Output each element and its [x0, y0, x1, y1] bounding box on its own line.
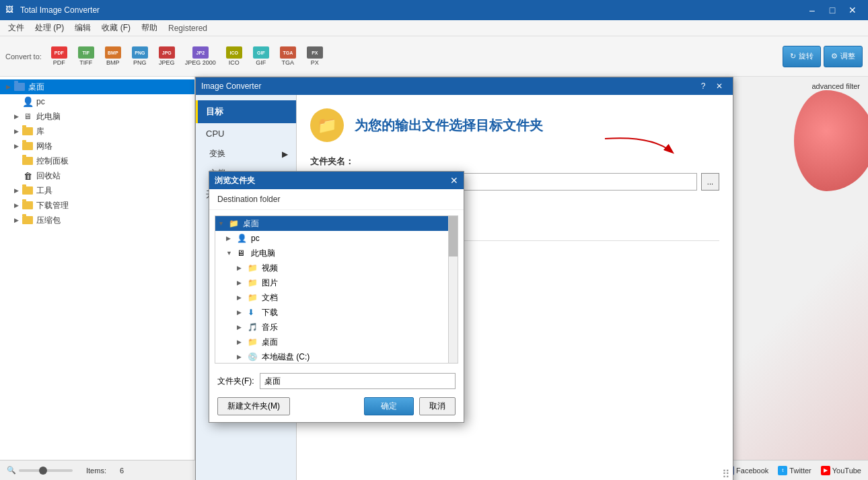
- app-title: Total Image Converter: [20, 5, 802, 15]
- red-arrow: [598, 132, 679, 166]
- expand-icon-pc: [11, 96, 22, 107]
- expand-icon-thispc: ▶: [11, 111, 22, 122]
- convert-label: Convert to:: [5, 53, 42, 61]
- pictures-label: 图片: [262, 277, 278, 289]
- bmp-label: BMP: [106, 59, 120, 66]
- browse-title: 浏览文件夹: [215, 175, 450, 186]
- menu-process[interactable]: 处理 (P): [30, 21, 69, 35]
- registered-label: Registered: [168, 24, 207, 33]
- nav-item-cpu[interactable]: CPU: [196, 123, 296, 144]
- left-panel: ▶ 桌面 👤 pc ▶ 🖥 此电脑 ▶ 库 ▶ 网络: [0, 77, 195, 460]
- desktop2-label: 桌面: [262, 337, 278, 348]
- tree-label-tools: 工具: [36, 185, 52, 197]
- browse-cancel-button[interactable]: 取消: [419, 397, 456, 415]
- format-png[interactable]: PNG PNG: [128, 44, 152, 68]
- zoom-slider[interactable]: [19, 469, 73, 472]
- rotate-button[interactable]: ↻ 旋转: [783, 46, 821, 67]
- format-tiff[interactable]: TIF TIFF: [74, 44, 98, 68]
- tree-item-thispc[interactable]: ▶ 🖥 此电脑: [0, 109, 194, 124]
- browse-item-drive-c[interactable]: ▶ 💿 本地磁盘 (C:): [215, 349, 448, 363]
- browse-folder-dialog: 浏览文件夹 ✕ Destination folder ▼ 📁 桌面 ▶ 👤 pc: [209, 171, 464, 423]
- folder-icon-network: [22, 141, 34, 151]
- rotate-icon: ↻: [790, 52, 796, 61]
- browse-scrollbar[interactable]: [448, 216, 458, 363]
- new-folder-button[interactable]: 新建文件夹(M): [217, 397, 290, 415]
- wizard-close-button[interactable]: ✕: [711, 78, 727, 94]
- wizard-header-title: 为您的输出文件选择目标文件夹: [355, 116, 543, 135]
- browse-item-desktop[interactable]: ▼ 📁 桌面: [215, 216, 448, 231]
- videos-label: 视频: [262, 263, 278, 274]
- tree-item-controlpanel[interactable]: 控制面板: [0, 153, 194, 168]
- format-gif[interactable]: GIF GIF: [249, 44, 273, 68]
- format-tga[interactable]: TGA TGA: [276, 44, 300, 68]
- browse-folder-input[interactable]: [260, 373, 456, 389]
- format-bmp[interactable]: BMP BMP: [101, 44, 125, 68]
- ico-label: ICO: [229, 59, 240, 66]
- zoom-slider-area: 🔍: [7, 466, 73, 475]
- gif-icon: GIF: [253, 46, 269, 59]
- browse-item-videos[interactable]: ▶ 📁 视频: [215, 261, 448, 275]
- browse-item-downloads[interactable]: ▶ ⬇ 下载: [215, 305, 448, 320]
- folder-icon-downloadmgr: [22, 200, 34, 211]
- desktop2-folder-icon: 📁: [248, 337, 260, 347]
- browse-item-docs[interactable]: ▶ 📁 文档: [215, 290, 448, 305]
- tree-item-tools[interactable]: ▶ 工具: [0, 183, 194, 198]
- tree-item-desktop[interactable]: ▶ 桌面: [0, 79, 194, 94]
- folder-tree: ▶ 桌面 👤 pc ▶ 🖥 此电脑 ▶ 库 ▶ 网络: [0, 77, 194, 460]
- adjust-icon: ⚙: [831, 52, 838, 61]
- format-px[interactable]: PX PX: [303, 44, 327, 68]
- wizard-help-button[interactable]: ?: [695, 78, 711, 94]
- youtube-link[interactable]: ▶ YouTube: [821, 466, 861, 475]
- zoom-slider-thumb[interactable]: [39, 467, 47, 475]
- app-icon: 🖼: [5, 5, 16, 15]
- browse-scrollbar-thumb[interactable]: [449, 216, 458, 256]
- nav-item-target[interactable]: 目标: [196, 100, 296, 123]
- browse-item-pc[interactable]: ▶ 👤 pc: [215, 231, 448, 246]
- adjust-button[interactable]: ⚙ 调整: [824, 46, 863, 67]
- youtube-label: YouTube: [832, 467, 861, 475]
- format-pdf[interactable]: PDF PDF: [47, 44, 71, 68]
- pdf-icon: PDF: [51, 46, 67, 59]
- wizard-title: Image Converter: [201, 81, 695, 91]
- format-jp2[interactable]: JP2 JPEG 2000: [182, 44, 219, 68]
- browse-item-music[interactable]: ▶ 🎵 音乐: [215, 320, 448, 335]
- person-icon-pc: 👤: [22, 96, 34, 107]
- pictures-expand-icon: ▶: [237, 279, 248, 286]
- desktop2-expand-icon: ▶: [237, 339, 248, 345]
- tree-item-network[interactable]: ▶ 网络: [0, 139, 194, 153]
- drive-c-label: 本地磁盘 (C:): [262, 351, 310, 363]
- desktop-expand-icon: ▼: [218, 220, 229, 227]
- close-button[interactable]: ✕: [842, 0, 863, 20]
- ok-button[interactable]: 确定: [364, 397, 414, 415]
- menu-edit[interactable]: 编辑: [69, 21, 96, 35]
- tree-item-library[interactable]: ▶ 库: [0, 124, 194, 139]
- menu-help[interactable]: 帮助: [136, 21, 163, 35]
- window-controls: – □ ✕: [802, 0, 863, 20]
- minimize-button[interactable]: –: [802, 0, 822, 20]
- browse-item-thispc[interactable]: ▼ 🖥 此电脑: [215, 246, 448, 261]
- tree-item-pc[interactable]: 👤 pc: [0, 94, 194, 109]
- browse-item-pictures[interactable]: ▶ 📁 图片: [215, 275, 448, 290]
- browse-actions: 新建文件夹(M) 确定 取消: [209, 393, 464, 422]
- format-jpeg[interactable]: JPG JPEG: [155, 44, 179, 68]
- main-layout: ▶ 桌面 👤 pc ▶ 🖥 此电脑 ▶ 库 ▶ 网络: [0, 77, 868, 460]
- tree-item-recycle[interactable]: 🗑 回收站: [0, 168, 194, 183]
- jpeg-icon: JPG: [159, 46, 175, 59]
- tree-item-downloadmgr[interactable]: ▶ 下载管理: [0, 198, 194, 213]
- pictures-folder-icon: 📁: [248, 278, 260, 287]
- twitter-icon: t: [778, 466, 787, 475]
- format-ico[interactable]: ICO ICO: [222, 44, 246, 68]
- maximize-button[interactable]: □: [822, 0, 842, 20]
- browse-close-button[interactable]: ✕: [450, 175, 458, 186]
- browse-item-desktop2[interactable]: ▶ 📁 桌面: [215, 335, 448, 349]
- menu-favorites[interactable]: 收藏 (F): [96, 21, 136, 35]
- menu-file[interactable]: 文件: [3, 21, 30, 35]
- tiff-label: TIFF: [79, 59, 92, 66]
- nav-item-transform[interactable]: 变换 ▶: [196, 144, 296, 164]
- twitter-link[interactable]: t Twitter: [778, 466, 811, 475]
- tree-item-zip[interactable]: ▶ 压缩包: [0, 213, 194, 228]
- resize-handle[interactable]: ⠿: [722, 468, 730, 480]
- browse-button[interactable]: ...: [701, 173, 719, 191]
- tree-label-library: 库: [36, 126, 44, 137]
- pdf-label: PDF: [53, 59, 65, 66]
